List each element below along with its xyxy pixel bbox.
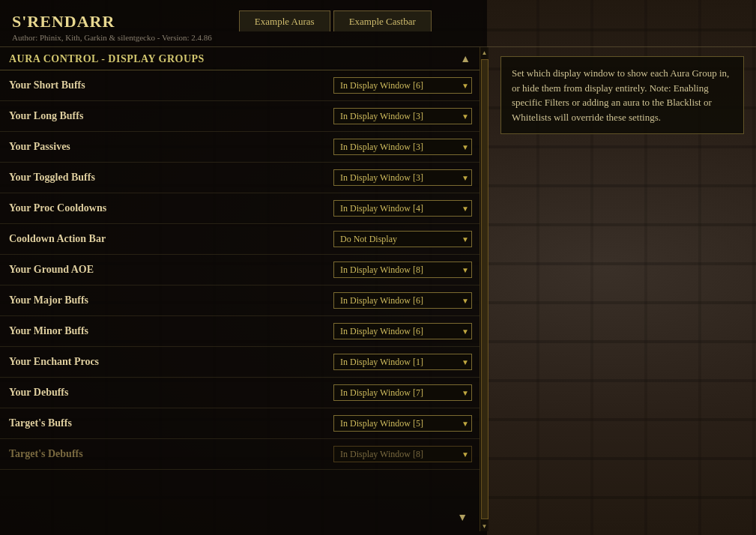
header: S'RENDARR Author: Phinix, Kith, Garkin &… bbox=[0, 0, 756, 47]
row-label-long-buffs: Your Long Buffs bbox=[9, 110, 83, 122]
list-panel: AURA CONTROL - DISPLAY GROUPS ▲ Your Sho… bbox=[0, 47, 480, 531]
dropdown-container-long-buffs: Do Not DisplayIn Display Window [1]In Di… bbox=[333, 108, 472, 124]
row-label-minor-buffs: Your Minor Buffs bbox=[9, 325, 88, 337]
scroll-down-button[interactable]: ▼ bbox=[457, 512, 468, 524]
list-row-cooldown-action-bar: Cooldown Action BarDo Not DisplayIn Disp… bbox=[0, 224, 480, 255]
dropdown-container-target-debuffs: Do Not DisplayIn Display Window [1]In Di… bbox=[333, 446, 472, 462]
list-row-target-buffs: Target's BuffsDo Not DisplayIn Display W… bbox=[0, 408, 480, 439]
row-label-short-buffs: Your Short Buffs bbox=[9, 79, 85, 91]
list-rows: Your Short BuffsDo Not DisplayIn Display… bbox=[0, 70, 480, 531]
dropdown-enchant-procs[interactable]: Do Not DisplayIn Display Window [1]In Di… bbox=[333, 354, 472, 370]
row-label-target-buffs: Target's Buffs bbox=[9, 417, 72, 429]
row-label-cooldown-action-bar: Cooldown Action Bar bbox=[9, 233, 106, 245]
row-label-toggled-buffs: Your Toggled Buffs bbox=[9, 172, 95, 184]
list-row-short-buffs: Your Short BuffsDo Not DisplayIn Display… bbox=[0, 70, 480, 101]
scroll-up-button[interactable]: ▲ bbox=[460, 53, 471, 65]
tabs: Example Auras Example Castbar bbox=[239, 7, 432, 31]
dropdown-major-buffs[interactable]: Do Not DisplayIn Display Window [1]In Di… bbox=[333, 292, 472, 309]
list-row-enchant-procs: Your Enchant ProcsDo Not DisplayIn Displ… bbox=[0, 347, 480, 378]
dropdown-container-debuffs: Do Not DisplayIn Display Window [1]In Di… bbox=[333, 384, 472, 401]
dropdown-target-buffs[interactable]: Do Not DisplayIn Display Window [1]In Di… bbox=[333, 415, 472, 432]
list-title: AURA CONTROL - DISPLAY GROUPS bbox=[9, 53, 205, 65]
info-panel: Set which display window to show each Au… bbox=[489, 47, 756, 531]
dropdown-container-passives: Do Not DisplayIn Display Window [1]In Di… bbox=[333, 139, 472, 155]
scrollbar-up-button[interactable]: ▲ bbox=[480, 47, 489, 58]
list-row-passives: Your PassivesDo Not DisplayIn Display Wi… bbox=[0, 132, 480, 163]
row-label-ground-aoe: Your Ground AOE bbox=[9, 264, 94, 276]
list-row-toggled-buffs: Your Toggled BuffsDo Not DisplayIn Displ… bbox=[0, 163, 480, 193]
dropdown-target-debuffs[interactable]: Do Not DisplayIn Display Window [1]In Di… bbox=[333, 446, 472, 462]
list-row-ground-aoe: Your Ground AOEDo Not DisplayIn Display … bbox=[0, 255, 480, 285]
dropdown-toggled-buffs[interactable]: Do Not DisplayIn Display Window [1]In Di… bbox=[333, 169, 472, 186]
dropdown-cooldown-action-bar[interactable]: Do Not DisplayIn Display Window [1]In Di… bbox=[333, 231, 472, 247]
tab-example-auras[interactable]: Example Auras bbox=[239, 10, 330, 31]
list-row-debuffs: Your DebuffsDo Not DisplayIn Display Win… bbox=[0, 378, 480, 408]
list-row-target-debuffs: Target's DebuffsDo Not DisplayIn Display… bbox=[0, 439, 480, 470]
dropdown-long-buffs[interactable]: Do Not DisplayIn Display Window [1]In Di… bbox=[333, 108, 472, 124]
list-row-minor-buffs: Your Minor BuffsDo Not DisplayIn Display… bbox=[0, 316, 480, 347]
row-label-debuffs: Your Debuffs bbox=[9, 387, 68, 399]
content-area: AURA CONTROL - DISPLAY GROUPS ▲ Your Sho… bbox=[0, 47, 756, 531]
row-label-enchant-procs: Your Enchant Procs bbox=[9, 356, 99, 368]
dropdown-container-ground-aoe: Do Not DisplayIn Display Window [1]In Di… bbox=[333, 262, 472, 278]
info-text: Set which display window to show each Au… bbox=[512, 66, 733, 124]
app-subtitle: Author: Phinix, Kith, Garkin & silentgec… bbox=[12, 33, 212, 42]
dropdown-container-target-buffs: Do Not DisplayIn Display Window [1]In Di… bbox=[333, 415, 472, 432]
dropdown-short-buffs[interactable]: Do Not DisplayIn Display Window [1]In Di… bbox=[333, 77, 472, 94]
row-label-proc-cooldowns: Your Proc Cooldowns bbox=[9, 202, 106, 214]
dropdown-minor-buffs[interactable]: Do Not DisplayIn Display Window [1]In Di… bbox=[333, 323, 472, 339]
dropdown-passives[interactable]: Do Not DisplayIn Display Window [1]In Di… bbox=[333, 139, 472, 155]
dropdown-container-short-buffs: Do Not DisplayIn Display Window [1]In Di… bbox=[333, 77, 472, 94]
scrollbar-down-button[interactable]: ▼ bbox=[480, 521, 489, 531]
list-row-proc-cooldowns: Your Proc CooldownsDo Not DisplayIn Disp… bbox=[0, 193, 480, 224]
list-header: AURA CONTROL - DISPLAY GROUPS ▲ bbox=[0, 47, 480, 70]
dropdown-ground-aoe[interactable]: Do Not DisplayIn Display Window [1]In Di… bbox=[333, 262, 472, 278]
app-title-block: S'RENDARR Author: Phinix, Kith, Garkin &… bbox=[0, 7, 224, 46]
tab-example-castbar[interactable]: Example Castbar bbox=[333, 10, 432, 31]
dropdown-container-cooldown-action-bar: Do Not DisplayIn Display Window [1]In Di… bbox=[333, 231, 472, 247]
scrollbar-thumb[interactable] bbox=[481, 59, 489, 519]
dropdown-container-enchant-procs: Do Not DisplayIn Display Window [1]In Di… bbox=[333, 354, 472, 370]
dropdown-proc-cooldowns[interactable]: Do Not DisplayIn Display Window [1]In Di… bbox=[333, 200, 472, 217]
dropdown-container-toggled-buffs: Do Not DisplayIn Display Window [1]In Di… bbox=[333, 169, 472, 186]
info-box: Set which display window to show each Au… bbox=[501, 56, 744, 134]
dropdown-container-proc-cooldowns: Do Not DisplayIn Display Window [1]In Di… bbox=[333, 200, 472, 217]
dropdown-container-major-buffs: Do Not DisplayIn Display Window [1]In Di… bbox=[333, 292, 472, 309]
scrollbar-track: ▲ ▼ bbox=[480, 47, 489, 531]
dropdown-debuffs[interactable]: Do Not DisplayIn Display Window [1]In Di… bbox=[333, 384, 472, 401]
dropdown-container-minor-buffs: Do Not DisplayIn Display Window [1]In Di… bbox=[333, 323, 472, 339]
list-row-long-buffs: Your Long BuffsDo Not DisplayIn Display … bbox=[0, 101, 480, 132]
row-label-target-debuffs: Target's Debuffs bbox=[9, 448, 83, 460]
app-title: S'RENDARR bbox=[12, 12, 212, 31]
list-row-major-buffs: Your Major BuffsDo Not DisplayIn Display… bbox=[0, 285, 480, 316]
row-label-passives: Your Passives bbox=[9, 141, 70, 153]
row-label-major-buffs: Your Major Buffs bbox=[9, 294, 88, 306]
